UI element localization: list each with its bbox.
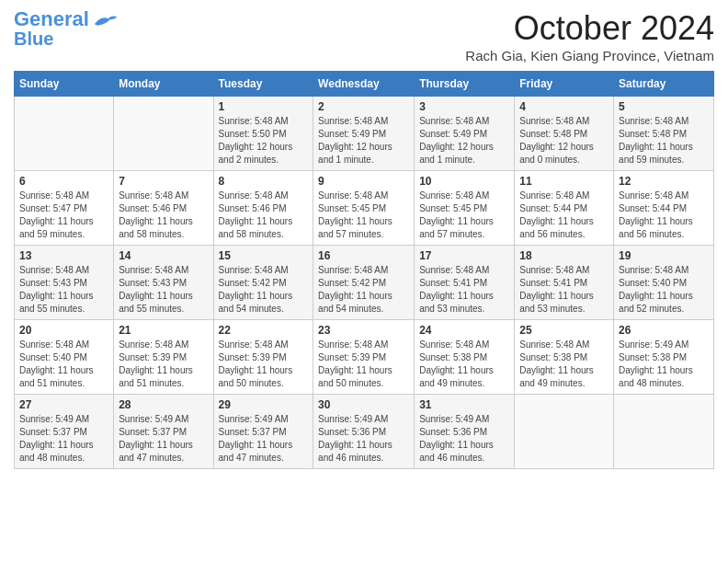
day-info: Sunrise: 5:49 AM Sunset: 5:36 PM Dayligh… <box>419 413 509 465</box>
calendar-cell: 7Sunrise: 5:48 AM Sunset: 5:46 PM Daylig… <box>114 171 213 246</box>
day-number: 15 <box>219 249 309 262</box>
day-number: 20 <box>19 324 108 337</box>
day-info: Sunrise: 5:48 AM Sunset: 5:43 PM Dayligh… <box>19 264 108 316</box>
day-info: Sunrise: 5:48 AM Sunset: 5:49 PM Dayligh… <box>419 115 509 167</box>
day-number: 13 <box>19 249 108 262</box>
day-number: 23 <box>318 324 409 337</box>
day-info: Sunrise: 5:48 AM Sunset: 5:38 PM Dayligh… <box>419 339 509 390</box>
calendar-cell: 5Sunrise: 5:48 AM Sunset: 5:48 PM Daylig… <box>614 97 714 171</box>
calendar-cell: 24Sunrise: 5:48 AM Sunset: 5:38 PM Dayli… <box>415 320 515 395</box>
day-info: Sunrise: 5:48 AM Sunset: 5:39 PM Dayligh… <box>219 339 309 390</box>
weekday-header-tuesday: Tuesday <box>213 72 313 97</box>
day-info: Sunrise: 5:49 AM Sunset: 5:37 PM Dayligh… <box>219 413 309 465</box>
day-number: 9 <box>318 175 409 188</box>
calendar-cell: 15Sunrise: 5:48 AM Sunset: 5:42 PM Dayli… <box>213 246 313 320</box>
logo-blue: Blue <box>14 29 53 48</box>
day-info: Sunrise: 5:48 AM Sunset: 5:44 PM Dayligh… <box>519 190 609 241</box>
calendar-cell: 19Sunrise: 5:48 AM Sunset: 5:40 PM Dayli… <box>614 246 714 320</box>
day-number: 29 <box>219 398 309 411</box>
calendar-cell <box>614 395 714 469</box>
calendar-cell: 11Sunrise: 5:48 AM Sunset: 5:44 PM Dayli… <box>515 171 614 246</box>
day-info: Sunrise: 5:48 AM Sunset: 5:42 PM Dayligh… <box>219 264 309 316</box>
day-number: 30 <box>318 398 409 411</box>
calendar-week-1: 1Sunrise: 5:48 AM Sunset: 5:50 PM Daylig… <box>15 97 714 171</box>
day-number: 14 <box>119 249 208 262</box>
calendar-cell: 29Sunrise: 5:49 AM Sunset: 5:37 PM Dayli… <box>213 395 313 469</box>
day-info: Sunrise: 5:48 AM Sunset: 5:39 PM Dayligh… <box>318 339 409 390</box>
weekday-header-row: SundayMondayTuesdayWednesdayThursdayFrid… <box>15 72 714 97</box>
page-header: General Blue October 2024 Rach Gia, Kien… <box>14 9 714 63</box>
day-number: 21 <box>119 324 208 337</box>
day-number: 16 <box>318 249 409 262</box>
day-info: Sunrise: 5:48 AM Sunset: 5:49 PM Dayligh… <box>318 115 409 167</box>
calendar-cell: 25Sunrise: 5:48 AM Sunset: 5:38 PM Dayli… <box>515 320 614 395</box>
day-info: Sunrise: 5:48 AM Sunset: 5:48 PM Dayligh… <box>619 115 709 167</box>
calendar-cell: 31Sunrise: 5:49 AM Sunset: 5:36 PM Dayli… <box>415 395 515 469</box>
calendar-cell: 6Sunrise: 5:48 AM Sunset: 5:47 PM Daylig… <box>15 171 114 246</box>
day-number: 5 <box>619 100 709 113</box>
calendar-cell: 16Sunrise: 5:48 AM Sunset: 5:42 PM Dayli… <box>313 246 415 320</box>
calendar-week-5: 27Sunrise: 5:49 AM Sunset: 5:37 PM Dayli… <box>15 395 714 469</box>
day-number: 19 <box>619 249 709 262</box>
main-title: October 2024 <box>465 9 714 48</box>
calendar-cell: 12Sunrise: 5:48 AM Sunset: 5:44 PM Dayli… <box>614 171 714 246</box>
day-info: Sunrise: 5:48 AM Sunset: 5:38 PM Dayligh… <box>519 339 609 390</box>
calendar-cell: 28Sunrise: 5:49 AM Sunset: 5:37 PM Dayli… <box>114 395 213 469</box>
day-info: Sunrise: 5:49 AM Sunset: 5:38 PM Dayligh… <box>619 339 709 390</box>
logo-text: General <box>14 9 89 29</box>
day-number: 27 <box>19 398 108 411</box>
calendar-cell: 23Sunrise: 5:48 AM Sunset: 5:39 PM Dayli… <box>313 320 415 395</box>
day-number: 26 <box>619 324 709 337</box>
day-info: Sunrise: 5:48 AM Sunset: 5:42 PM Dayligh… <box>318 264 409 316</box>
subtitle: Rach Gia, Kien Giang Province, Vietnam <box>465 48 714 63</box>
day-info: Sunrise: 5:48 AM Sunset: 5:44 PM Dayligh… <box>619 190 709 241</box>
calendar-cell: 27Sunrise: 5:49 AM Sunset: 5:37 PM Dayli… <box>15 395 114 469</box>
calendar-cell: 9Sunrise: 5:48 AM Sunset: 5:45 PM Daylig… <box>313 171 415 246</box>
day-info: Sunrise: 5:48 AM Sunset: 5:50 PM Dayligh… <box>219 115 309 167</box>
calendar-cell: 22Sunrise: 5:48 AM Sunset: 5:39 PM Dayli… <box>213 320 313 395</box>
day-info: Sunrise: 5:48 AM Sunset: 5:45 PM Dayligh… <box>318 190 409 241</box>
calendar-cell: 13Sunrise: 5:48 AM Sunset: 5:43 PM Dayli… <box>15 246 114 320</box>
day-info: Sunrise: 5:48 AM Sunset: 5:43 PM Dayligh… <box>119 264 208 316</box>
day-number: 3 <box>419 100 509 113</box>
day-number: 17 <box>419 249 509 262</box>
calendar-cell: 21Sunrise: 5:48 AM Sunset: 5:39 PM Dayli… <box>114 320 213 395</box>
weekday-header-wednesday: Wednesday <box>313 72 415 97</box>
day-number: 2 <box>318 100 409 113</box>
day-number: 28 <box>119 398 208 411</box>
calendar-cell <box>515 395 614 469</box>
day-info: Sunrise: 5:49 AM Sunset: 5:37 PM Dayligh… <box>19 413 108 465</box>
day-info: Sunrise: 5:48 AM Sunset: 5:40 PM Dayligh… <box>619 264 709 316</box>
day-info: Sunrise: 5:48 AM Sunset: 5:46 PM Dayligh… <box>219 190 309 241</box>
day-number: 8 <box>219 175 309 188</box>
day-number: 1 <box>219 100 309 113</box>
calendar-cell: 10Sunrise: 5:48 AM Sunset: 5:45 PM Dayli… <box>415 171 515 246</box>
calendar-cell: 30Sunrise: 5:49 AM Sunset: 5:36 PM Dayli… <box>313 395 415 469</box>
calendar-cell: 3Sunrise: 5:48 AM Sunset: 5:49 PM Daylig… <box>415 97 515 171</box>
weekday-header-saturday: Saturday <box>614 72 714 97</box>
calendar-cell: 14Sunrise: 5:48 AM Sunset: 5:43 PM Dayli… <box>114 246 213 320</box>
calendar-cell: 4Sunrise: 5:48 AM Sunset: 5:48 PM Daylig… <box>515 97 614 171</box>
day-number: 11 <box>519 175 609 188</box>
day-number: 31 <box>419 398 509 411</box>
day-number: 7 <box>119 175 208 188</box>
day-number: 24 <box>419 324 509 337</box>
calendar-cell <box>114 97 213 171</box>
day-info: Sunrise: 5:48 AM Sunset: 5:41 PM Dayligh… <box>519 264 609 316</box>
calendar-cell: 17Sunrise: 5:48 AM Sunset: 5:41 PM Dayli… <box>415 246 515 320</box>
day-info: Sunrise: 5:48 AM Sunset: 5:47 PM Dayligh… <box>19 190 108 241</box>
calendar-cell <box>15 97 114 171</box>
day-info: Sunrise: 5:49 AM Sunset: 5:36 PM Dayligh… <box>318 413 409 465</box>
weekday-header-monday: Monday <box>114 72 213 97</box>
day-number: 12 <box>619 175 709 188</box>
day-info: Sunrise: 5:48 AM Sunset: 5:45 PM Dayligh… <box>419 190 509 241</box>
calendar-cell: 26Sunrise: 5:49 AM Sunset: 5:38 PM Dayli… <box>614 320 714 395</box>
day-info: Sunrise: 5:49 AM Sunset: 5:37 PM Dayligh… <box>119 413 208 465</box>
calendar-week-4: 20Sunrise: 5:48 AM Sunset: 5:40 PM Dayli… <box>15 320 714 395</box>
calendar-cell: 2Sunrise: 5:48 AM Sunset: 5:49 PM Daylig… <box>313 97 415 171</box>
calendar-week-3: 13Sunrise: 5:48 AM Sunset: 5:43 PM Dayli… <box>15 246 714 320</box>
day-number: 4 <box>519 100 609 113</box>
calendar-cell: 18Sunrise: 5:48 AM Sunset: 5:41 PM Dayli… <box>515 246 614 320</box>
day-number: 22 <box>219 324 309 337</box>
logo-bird-icon <box>91 11 119 28</box>
